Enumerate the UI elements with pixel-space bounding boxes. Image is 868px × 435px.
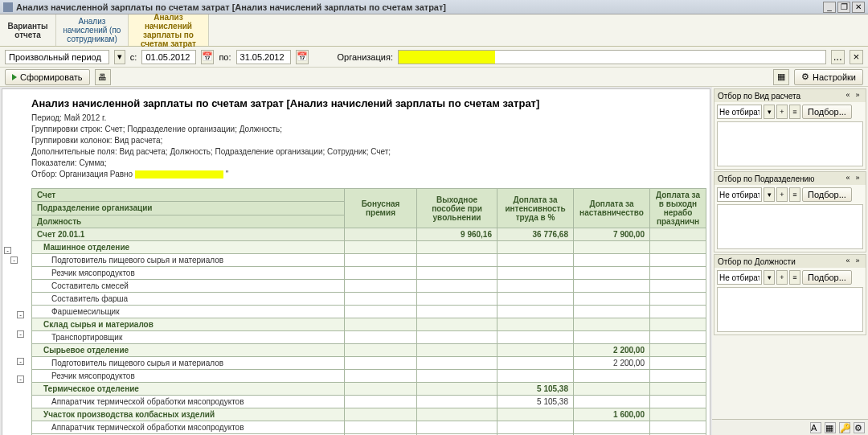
window-title: Анализ начисленной зарплаты по счетам за…: [16, 2, 821, 12]
generate-button[interactable]: Сформировать: [5, 69, 90, 85]
add-icon[interactable]: +: [776, 105, 788, 119]
grid-icon[interactable]: ▦: [825, 422, 836, 433]
filter-list[interactable]: [717, 204, 863, 249]
filter-mode-select[interactable]: [717, 187, 762, 202]
report-meta: Период: Май 2012 г. Группировки строк: С…: [31, 113, 703, 180]
filter-list[interactable]: [717, 121, 863, 166]
tree-toggle[interactable]: -: [17, 330, 24, 338]
table-row: Аппаратчик термической обработки мясопро…: [32, 396, 706, 408]
period-select[interactable]: [5, 50, 109, 64]
from-label: с:: [130, 52, 137, 62]
period-dropdown-icon[interactable]: ▾: [114, 50, 125, 64]
panel-expand-icon[interactable]: »: [853, 174, 862, 183]
list-icon[interactable]: ≡: [789, 270, 800, 285]
filter-bar: ▾ с: 📅 по: 📅 Организация: ... ×: [0, 47, 868, 68]
organization-input[interactable]: [398, 50, 826, 64]
table-row: Подготовитель пищевого сырья и материало…: [32, 357, 706, 370]
tab-analysis-accounts[interactable]: Анализ начислений зарплаты по счетам зат…: [129, 14, 209, 46]
settings-button[interactable]: ⚙ Настройки: [794, 69, 863, 85]
org-label: Организация:: [338, 52, 393, 62]
panel-expand-icon[interactable]: »: [853, 256, 862, 266]
add-icon[interactable]: +: [776, 270, 788, 285]
report-variant-tabs: Варианты отчета Анализ начислений (по со…: [0, 14, 868, 47]
status-bar: A ▦ 🔑 ⚙: [712, 419, 868, 435]
to-label: по:: [219, 52, 231, 62]
table-row: Аппаратчик термической обработки мясопро…: [32, 421, 706, 434]
filter-panel-department: Отбор по Подразделению«» ▾ +≡ Подбор...: [714, 171, 866, 252]
side-panel: Отбор по Вид расчета«» ▾ +≡ Подбор... От…: [712, 87, 868, 435]
table-row: Сырьевое отделение2 200,00: [32, 344, 706, 357]
table-row: Участок производства колбасных изделий1 …: [32, 408, 706, 421]
list-icon[interactable]: ≡: [789, 187, 800, 202]
font-icon[interactable]: A: [810, 422, 821, 433]
play-icon: [12, 74, 17, 80]
add-icon[interactable]: +: [776, 187, 788, 202]
tree-toggle[interactable]: -: [4, 247, 11, 254]
table-row: Склад сырья и материалов: [32, 318, 706, 331]
dropdown-icon[interactable]: ▾: [764, 270, 775, 285]
tab-variants[interactable]: Варианты отчета: [0, 14, 56, 46]
action-bar: Сформировать 🖶 ▦ ⚙ Настройки: [0, 68, 868, 87]
calendar-from-icon[interactable]: 📅: [201, 50, 214, 64]
org-clear-button[interactable]: ×: [850, 50, 863, 64]
filter-panel-calc-type: Отбор по Вид расчета«» ▾ +≡ Подбор...: [714, 88, 866, 170]
pick-button[interactable]: Подбор...: [802, 105, 852, 119]
date-to-input[interactable]: [236, 50, 291, 64]
filter-mode-select[interactable]: [717, 105, 762, 119]
panel-expand-icon[interactable]: »: [853, 91, 862, 101]
print-button[interactable]: 🖶: [95, 69, 111, 85]
table-row: Подготовитель пищевого сырья и материало…: [32, 254, 706, 267]
dropdown-icon[interactable]: ▾: [764, 105, 775, 119]
key-icon[interactable]: 🔑: [839, 422, 850, 433]
maximize-button[interactable]: ❐: [837, 2, 850, 13]
app-icon: [3, 2, 13, 12]
dropdown-icon[interactable]: ▾: [764, 187, 775, 202]
calendar-to-icon[interactable]: 📅: [296, 50, 309, 64]
tree-toggle[interactable]: -: [10, 256, 18, 264]
close-button[interactable]: ✕: [852, 2, 865, 13]
list-icon[interactable]: ≡: [789, 105, 800, 119]
org-picker-button[interactable]: ...: [831, 50, 845, 64]
tab-analysis-employees[interactable]: Анализ начислений (по сотрудникам): [56, 14, 129, 46]
table-row: Фаршемесильщик: [32, 306, 706, 318]
filter-panel-position: Отбор по Должности«» ▾ +≡ Подбор...: [714, 254, 866, 335]
tree-toggle[interactable]: -: [17, 311, 24, 318]
tree-toggle[interactable]: -: [17, 375, 24, 383]
panel-collapse-icon[interactable]: «: [843, 174, 853, 183]
filter-list[interactable]: [717, 287, 863, 332]
table-row: Составитель смесей: [32, 280, 706, 293]
report-table: Счет Бонусная премия Выходное пособие пр…: [31, 188, 706, 435]
report-title: Анализ начисленной зарплаты по счетам за…: [31, 97, 703, 109]
table-row: Составитель фарша: [32, 293, 706, 306]
pick-button[interactable]: Подбор...: [802, 270, 852, 285]
table-row: Счет 20.01.19 960,1636 776,687 900,00: [32, 228, 706, 241]
pick-button[interactable]: Подбор...: [802, 187, 852, 202]
toggle-panel-button[interactable]: ▦: [773, 69, 789, 85]
report-area[interactable]: - - - - - - Анализ начисленной зарплаты …: [2, 88, 710, 435]
minimize-button[interactable]: _: [823, 2, 836, 13]
table-row: Резчик мясопродуктов: [32, 267, 706, 280]
date-from-input[interactable]: [141, 50, 196, 64]
panel-collapse-icon[interactable]: «: [843, 91, 853, 101]
settings-icon[interactable]: ⚙: [854, 422, 865, 433]
gear-icon: ⚙: [801, 72, 809, 82]
table-row: Транспортировщик: [32, 331, 706, 344]
panel-collapse-icon[interactable]: «: [843, 256, 853, 266]
filter-mode-select[interactable]: [717, 270, 762, 285]
tree-toggle[interactable]: -: [17, 358, 24, 365]
table-row: Машинное отделение: [32, 241, 706, 254]
table-row: Термическое отделение5 105,38: [32, 383, 706, 396]
titlebar: Анализ начисленной зарплаты по счетам за…: [0, 0, 868, 14]
table-row: Резчик мясопродуктов: [32, 370, 706, 383]
